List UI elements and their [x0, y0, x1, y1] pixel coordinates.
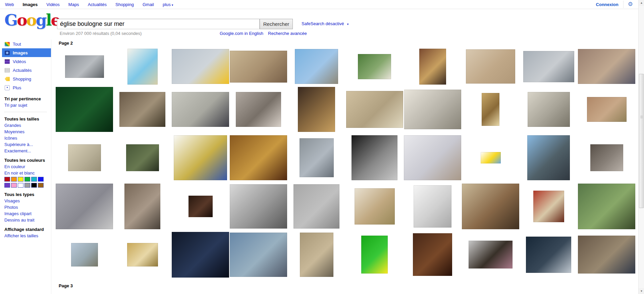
image-result[interactable] [587, 97, 627, 122]
sidebar-item-shopping[interactable]: Shopping [2, 75, 51, 83]
filter-link[interactable]: Tri par sujet [4, 103, 51, 108]
filter-link[interactable]: En noir et blanc [4, 170, 51, 176]
image-result[interactable] [119, 92, 165, 127]
image-result[interactable] [126, 144, 159, 171]
image-result[interactable] [361, 236, 388, 274]
image-result[interactable] [481, 152, 501, 163]
image-result[interactable] [527, 135, 570, 180]
image-result[interactable] [413, 233, 452, 276]
vertical-scrollbar[interactable]: ▲ ▼ [638, 0, 644, 294]
topnav-item-web[interactable]: Web [5, 2, 14, 7]
color-filter-white[interactable] [18, 183, 23, 188]
image-result[interactable] [300, 138, 334, 177]
scroll-down-button[interactable]: ▼ [639, 288, 644, 294]
topnav-item-maps[interactable]: Maps [68, 2, 79, 7]
color-filter-blue[interactable] [38, 177, 44, 182]
image-result[interactable] [533, 191, 564, 222]
sidebar-item-tout[interactable]: Tout [2, 40, 51, 48]
image-result[interactable] [172, 49, 229, 84]
sidebar-item-images[interactable]: Images [2, 48, 51, 57]
filter-link[interactable]: En couleur [4, 164, 51, 169]
image-result[interactable] [172, 232, 229, 278]
image-result[interactable] [56, 87, 113, 132]
image-result[interactable] [414, 185, 451, 228]
topnav-item-gmail[interactable]: Gmail [143, 2, 154, 7]
topnav-item-actualites[interactable]: Actualités [88, 2, 107, 7]
color-filter-purple[interactable] [4, 183, 10, 188]
sidebar-item-plus[interactable]: ▾Plus [2, 83, 51, 92]
filter-link[interactable]: Visages [4, 198, 51, 203]
scroll-up-button[interactable]: ▲ [639, 0, 644, 6]
sign-in-link[interactable]: Connexion [596, 2, 619, 7]
image-result[interactable] [71, 243, 98, 266]
filter-link[interactable]: Dessins au trait [4, 217, 51, 223]
image-result[interactable] [230, 184, 287, 229]
image-result[interactable] [230, 233, 287, 277]
topnav-item-videos[interactable]: Vidéos [46, 2, 60, 7]
image-result[interactable] [526, 237, 571, 273]
image-result[interactable] [404, 135, 461, 180]
filter-link[interactable]: Icônes [4, 136, 51, 141]
image-result[interactable] [295, 49, 338, 84]
image-result[interactable] [462, 184, 519, 229]
search-button[interactable]: Rechercher [260, 19, 293, 29]
image-result[interactable] [293, 184, 339, 229]
filter-link[interactable]: Afficher les tailles [4, 233, 51, 238]
image-result[interactable] [300, 233, 333, 277]
color-filter-red[interactable] [4, 177, 10, 182]
sidebar-item-actualites[interactable]: Actualités [2, 66, 51, 75]
image-result[interactable] [466, 49, 515, 84]
topnav-item-images[interactable]: Images [23, 2, 38, 7]
image-result[interactable] [189, 196, 213, 217]
color-filter-brown[interactable] [38, 183, 44, 188]
filter-link[interactable]: Grandes [4, 123, 51, 128]
image-result[interactable] [404, 90, 461, 129]
image-result[interactable] [172, 92, 229, 127]
image-result[interactable] [578, 49, 635, 84]
filter-link[interactable]: Photos [4, 205, 51, 210]
image-result[interactable] [236, 92, 281, 127]
color-filter-green[interactable] [24, 177, 30, 182]
filter-link[interactable]: Images clipart [4, 211, 51, 216]
search-input[interactable] [57, 19, 260, 29]
filter-link[interactable]: Exactement... [4, 148, 51, 153]
image-result[interactable] [578, 184, 635, 229]
color-filter-black[interactable] [31, 183, 37, 188]
image-result[interactable] [358, 54, 391, 79]
filter-link[interactable]: Supérieure à... [4, 142, 51, 147]
image-result[interactable] [124, 184, 160, 229]
topnav-item-shopping[interactable]: Shopping [115, 2, 134, 7]
topnav-item-plus[interactable]: plus▾ [163, 2, 173, 7]
filter-link[interactable]: Moyennes [4, 129, 51, 134]
image-result[interactable] [56, 184, 113, 229]
image-result[interactable] [528, 92, 570, 127]
image-result[interactable] [482, 93, 499, 126]
color-filter-yellow[interactable] [18, 177, 23, 182]
settings-menu[interactable]: ⚙ [623, 1, 635, 8]
advanced-search-link[interactable]: Recherche avancée [268, 31, 307, 36]
safesearch-dropdown[interactable]: SafeSearch désactivé ▼ [302, 21, 349, 26]
color-filter-teal[interactable] [31, 177, 37, 182]
image-result[interactable] [352, 135, 397, 180]
image-result[interactable] [355, 188, 395, 225]
image-result[interactable] [230, 51, 287, 83]
image-result[interactable] [230, 135, 287, 180]
color-filter-orange[interactable] [11, 177, 17, 182]
image-result[interactable] [590, 144, 623, 171]
image-result[interactable] [419, 49, 446, 85]
image-result[interactable] [578, 236, 635, 274]
image-result[interactable] [127, 49, 158, 85]
google-com-english-link[interactable]: Google.com in English [220, 31, 263, 36]
image-result[interactable] [523, 51, 574, 82]
scrollbar-thumb[interactable] [639, 74, 644, 208]
image-result[interactable] [298, 87, 335, 132]
image-result[interactable] [127, 243, 158, 266]
image-result[interactable] [65, 55, 104, 78]
color-filter-pink[interactable] [11, 183, 17, 188]
sidebar-item-videos[interactable]: Vidéos [2, 57, 51, 66]
image-result[interactable] [469, 241, 513, 268]
image-result[interactable] [174, 135, 227, 180]
color-filter-gray[interactable] [24, 183, 30, 188]
image-result[interactable] [346, 91, 403, 128]
image-result[interactable] [68, 144, 101, 171]
